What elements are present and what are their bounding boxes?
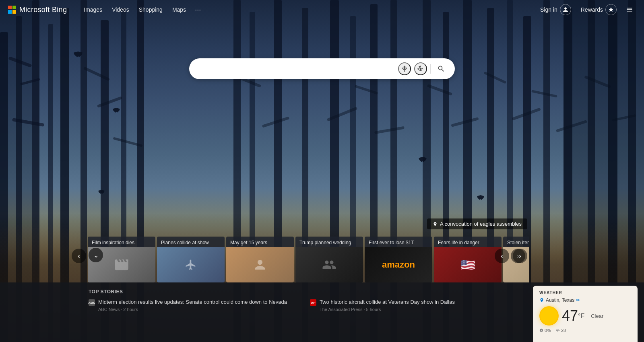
story-source-0: ABC News · 2 hours bbox=[98, 307, 287, 312]
ms-sq-yellow bbox=[12, 10, 16, 14]
nav-links: Images Videos Shopping Maps ··· bbox=[80, 4, 204, 16]
location-text: A convocation of eagles assembles bbox=[440, 221, 522, 227]
story-content-1: Two historic aircraft collide at Veteran… bbox=[320, 299, 455, 312]
news-cards-container: Film inspiration dies Planes collide at … bbox=[88, 237, 529, 282]
bing-logo[interactable]: Microsoft Bing bbox=[8, 6, 67, 14]
voice-search-button[interactable] bbox=[398, 62, 411, 75]
weather-temp-display: 47°F bbox=[562, 307, 584, 324]
news-card-img-4: amazon bbox=[365, 247, 432, 282]
top-stories-title: Top stories bbox=[89, 289, 522, 295]
story-item-0[interactable]: ABC Midterm election results live update… bbox=[89, 299, 300, 312]
nav-shopping[interactable]: Shopping bbox=[135, 4, 167, 15]
story-source-1: The Associated Press · 5 hours bbox=[320, 307, 455, 312]
bing-logo-text: Microsoft Bing bbox=[19, 6, 67, 14]
news-card-img-5: 🇺🇸 bbox=[434, 247, 502, 282]
weather-edit-icon[interactable]: ✏ bbox=[576, 297, 580, 303]
ms-sq-red bbox=[8, 6, 12, 9]
ms-sq-green bbox=[12, 6, 16, 9]
story-headline-0: Midterm election results live updates: S… bbox=[98, 299, 287, 306]
top-stories: Top stories ABC Midterm election results… bbox=[0, 282, 530, 342]
story-item-1[interactable]: AP Two historic aircraft collide at Vete… bbox=[310, 299, 522, 312]
nav-right: Sign in Rewards bbox=[537, 2, 636, 17]
signin-icon bbox=[560, 4, 571, 15]
visual-search-button[interactable] bbox=[414, 62, 427, 75]
weather-location-icon bbox=[539, 298, 544, 303]
expand-button[interactable]: ⌄ bbox=[89, 248, 103, 262]
nav-images[interactable]: Images bbox=[80, 4, 106, 15]
news-card-5[interactable]: Fears life in danger 🇺🇸 bbox=[434, 237, 502, 282]
hamburger-button[interactable] bbox=[623, 3, 636, 16]
search-input[interactable] bbox=[196, 65, 398, 72]
rewards-button[interactable]: Rewards bbox=[578, 2, 620, 17]
ms-sq-blue bbox=[8, 10, 12, 14]
weather-precip: 0% bbox=[539, 328, 551, 333]
nav-videos[interactable]: Videos bbox=[108, 4, 133, 15]
news-prev-button[interactable]: ‹ bbox=[72, 249, 86, 263]
news-card-img-2 bbox=[226, 247, 294, 282]
microsoft-logo-icon bbox=[8, 6, 16, 14]
bottom-panel: Top stories ABC Midterm election results… bbox=[0, 282, 644, 342]
weather-title: WEATHER bbox=[539, 290, 631, 295]
wind-value: 28 bbox=[561, 328, 566, 333]
search-icons bbox=[398, 62, 448, 76]
weather-widget: WEATHER Austin, Texas ✏ 47°F Clear 0% 28 bbox=[533, 286, 638, 342]
news-card-img-3 bbox=[295, 247, 363, 282]
news-card-label-5: Fears life in danger bbox=[434, 237, 502, 247]
stories-grid: ABC Midterm election results live update… bbox=[89, 299, 522, 312]
news-card-label-4: First ever to lose $1T bbox=[365, 237, 432, 247]
nav-more[interactable]: ··· bbox=[192, 4, 204, 16]
signin-label: Sign in bbox=[540, 6, 557, 13]
news-next-button[interactable]: › bbox=[513, 249, 527, 263]
rewards-label: Rewards bbox=[581, 6, 603, 13]
weather-temperature: 47 bbox=[562, 307, 578, 324]
story-headline-1: Two historic aircraft collide at Veteran… bbox=[320, 299, 455, 306]
story-content-0: Midterm election results live updates: S… bbox=[98, 299, 287, 312]
news-card-label-2: May get 15 years bbox=[226, 237, 294, 247]
weather-location-text: Austin, Texas bbox=[546, 297, 574, 303]
news-card-label-3: Trump planned wedding bbox=[295, 237, 363, 247]
news-card-img-1 bbox=[157, 247, 225, 282]
news-card-label-0: Film inspiration dies bbox=[88, 237, 155, 247]
weather-sun-icon bbox=[539, 306, 559, 326]
news-card-label-1: Planes collide at show bbox=[157, 237, 225, 247]
news-card-3[interactable]: Trump planned wedding bbox=[295, 237, 363, 282]
weather-description: Clear bbox=[591, 313, 603, 319]
weather-wind: 28 bbox=[556, 328, 566, 333]
rewards-icon bbox=[605, 4, 617, 15]
carousel-prev-button[interactable]: ‹ bbox=[495, 249, 509, 263]
search-divider bbox=[430, 64, 431, 74]
news-card-label-6: Stolen item bbox=[503, 237, 529, 247]
weather-unit: °F bbox=[578, 313, 584, 319]
top-navigation: Microsoft Bing Images Videos Shopping Ma… bbox=[0, 0, 644, 19]
news-card-4[interactable]: First ever to lose $1T amazon bbox=[365, 237, 432, 282]
story-icon-0: ABC bbox=[89, 299, 95, 306]
precip-value: 0% bbox=[545, 328, 551, 333]
location-tag[interactable]: A convocation of eagles assembles bbox=[427, 218, 527, 229]
nav-maps[interactable]: Maps bbox=[168, 4, 190, 15]
search-container bbox=[189, 58, 455, 79]
search-button[interactable] bbox=[434, 62, 448, 76]
weather-main: 47°F Clear bbox=[539, 306, 631, 326]
weather-location: Austin, Texas ✏ bbox=[539, 297, 631, 303]
signin-button[interactable]: Sign in bbox=[537, 2, 574, 17]
news-card-1[interactable]: Planes collide at show bbox=[157, 237, 225, 282]
location-icon bbox=[433, 222, 438, 227]
search-bar bbox=[189, 58, 455, 79]
news-card-2[interactable]: May get 15 years bbox=[226, 237, 294, 282]
weather-details: 0% 28 bbox=[539, 328, 631, 333]
story-icon-1: AP bbox=[310, 299, 316, 306]
